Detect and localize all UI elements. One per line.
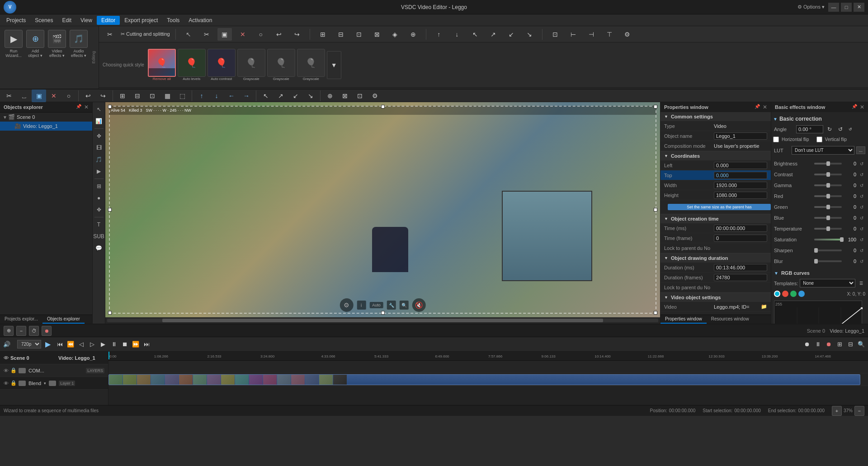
tl-eye-1[interactable]: 👁 — [4, 368, 9, 373]
blur-thumb[interactable] — [814, 259, 818, 264]
templates-select[interactable]: None — [800, 279, 855, 287]
qs-more-btn[interactable]: ▼ — [327, 51, 341, 79]
tool5[interactable]: ◈ — [388, 28, 402, 41]
green-thumb[interactable] — [826, 205, 830, 209]
et-arrows[interactable]: ⬚ — [175, 89, 189, 102]
common-settings-header[interactable]: ▼ Common settings — [660, 112, 771, 121]
close-button[interactable]: ✕ — [854, 3, 864, 12]
h-scroll-thumb[interactable] — [162, 319, 603, 322]
v-flip-checkbox[interactable] — [816, 137, 822, 142]
select-tool[interactable]: ↖ — [94, 104, 104, 115]
lut-browse-btn[interactable]: ... — [856, 146, 865, 154]
time-frame-value[interactable]: 0 — [714, 235, 767, 242]
scissors-btn[interactable]: ✂ — [103, 28, 117, 41]
qs-thumb-0[interactable]: 🎈 Remove all — [148, 49, 176, 81]
et-more1[interactable]: ⊕ — [323, 89, 337, 102]
run-wizard-button[interactable]: ▶ Run Wizard... — [5, 30, 23, 58]
grid-tool[interactable]: ⊞ — [94, 181, 104, 192]
move-tool[interactable]: ✥ — [94, 131, 104, 141]
menu-item-activation[interactable]: Activation — [184, 16, 217, 25]
blue-slider[interactable] — [814, 217, 842, 219]
sharpen-thumb[interactable] — [814, 248, 818, 253]
tl-remove-btn[interactable]: − — [16, 326, 26, 336]
temperature-thumb[interactable] — [826, 226, 830, 231]
effects-close[interactable]: ✕ — [860, 104, 864, 110]
video-browse-btn[interactable]: 📁 — [761, 304, 767, 310]
tool1[interactable]: ⊞ — [316, 28, 330, 41]
blur-reset[interactable]: ↺ — [858, 258, 865, 265]
duration-ms-value[interactable]: 00:13:46.000 — [714, 264, 767, 271]
playhead[interactable] — [108, 352, 109, 359]
drawing-duration-header[interactable]: ▼ Object drawing duration — [660, 254, 771, 263]
qs-thumb-3[interactable]: 🎈 Grayscale — [237, 49, 265, 81]
tl-add-btn[interactable]: ⊕ — [4, 326, 14, 336]
color-dot-red[interactable] — [782, 291, 788, 297]
sharpen-reset[interactable]: ↺ — [858, 247, 865, 254]
et-select[interactable]: ▣ — [32, 89, 46, 102]
menu-item-scenes[interactable]: Scenes — [30, 16, 57, 25]
zoom-in-btn[interactable]: + — [832, 406, 842, 416]
pb-pause2[interactable]: ⏸ — [813, 339, 823, 349]
et-settings[interactable]: ⚙ — [368, 89, 382, 102]
scene-0-item[interactable]: ▼ 🎬 Scene 0 — [0, 113, 92, 122]
align-tr-btn[interactable]: ↗ — [486, 28, 500, 41]
creation-time-header[interactable]: ▼ Object creation time — [660, 214, 771, 223]
et-grid2[interactable]: ⊟ — [130, 89, 145, 102]
et-redo[interactable]: ↪ — [96, 89, 110, 102]
contrast-reset[interactable]: ↺ — [858, 171, 865, 178]
grid1-btn[interactable]: ⊡ — [548, 28, 562, 41]
height-value[interactable]: 1080.000 — [714, 192, 767, 199]
tl-lock-2[interactable]: 🔒 — [10, 380, 17, 386]
maximize-button[interactable]: □ — [841, 3, 852, 12]
qs-thumb-5[interactable]: 🎈 Grayscale — [297, 49, 325, 81]
et-more3[interactable]: ⊡ — [353, 89, 367, 102]
et-tl[interactable]: ↖ — [259, 89, 273, 102]
select-btn[interactable]: ▣ — [217, 28, 232, 41]
cut-btn[interactable]: ✂ — [199, 28, 214, 41]
sub-tool[interactable]: SUB — [94, 231, 104, 242]
undo-btn[interactable]: ↩ — [272, 28, 286, 41]
blue-thumb[interactable] — [826, 216, 830, 220]
panel-close[interactable]: ✕ — [84, 104, 89, 110]
play-tool[interactable]: ▶ — [94, 166, 104, 177]
prop-tab-properties[interactable]: Properties window — [660, 315, 707, 324]
blur-slider[interactable] — [814, 260, 842, 262]
align-tl-btn[interactable]: ↖ — [468, 28, 482, 41]
tool6[interactable]: ⊕ — [406, 28, 420, 41]
pb-skip-start[interactable]: ⏮ — [55, 339, 65, 349]
grid2-btn[interactable]: ⊢ — [566, 28, 580, 41]
pb-slow[interactable]: ◁ — [76, 339, 86, 349]
objects-tab[interactable]: Objects explorer — [42, 315, 85, 324]
move-up-btn[interactable]: ↑ — [432, 28, 446, 41]
et-grid4[interactable]: ▦ — [160, 89, 175, 102]
pb-contract[interactable]: ⊟ — [845, 339, 855, 349]
preview-scrollbar-h[interactable] — [105, 317, 660, 324]
contrast-thumb[interactable] — [826, 172, 830, 177]
contrast-slider[interactable] — [814, 174, 842, 175]
tl-eye-all[interactable]: 👁 — [4, 355, 9, 361]
handle-ml[interactable] — [108, 208, 112, 212]
temperature-slider[interactable] — [814, 228, 842, 230]
projects-tab[interactable]: Projects explor... — [0, 315, 42, 324]
red-thumb[interactable] — [826, 194, 830, 198]
pb-next-frame[interactable]: ⏩ — [131, 339, 141, 349]
track-area[interactable]: 0:00 1:08.266 2:16.533 3:24.800 4:33.066… — [108, 352, 868, 405]
handle-mr[interactable] — [654, 208, 657, 212]
pb-expand[interactable]: ⊞ — [835, 339, 844, 349]
saturation-thumb[interactable] — [840, 237, 844, 242]
chart-tool[interactable]: 📊 — [94, 116, 104, 127]
speech-tool[interactable]: 💬 — [94, 243, 104, 254]
red-slider[interactable] — [814, 195, 842, 197]
angle-input[interactable] — [796, 125, 823, 133]
et-left[interactable]: ← — [224, 89, 239, 102]
add-object-button[interactable]: ⊕ Add object ▾ — [26, 30, 44, 58]
pb-zoom-in[interactable]: 🔍 — [856, 339, 866, 349]
grid4-btn[interactable]: ⊤ — [602, 28, 617, 41]
green-slider[interactable] — [814, 206, 842, 208]
video-effects-button[interactable]: 🎬 Video effects ▾ — [48, 30, 66, 58]
volume-btn[interactable]: 🔊 — [2, 339, 12, 349]
menu-item-editor[interactable]: Editor — [97, 16, 120, 25]
red-reset[interactable]: ↺ — [858, 193, 865, 200]
h-flip-checkbox[interactable] — [773, 137, 779, 142]
pb-play-sel[interactable]: ▶ — [98, 339, 108, 349]
